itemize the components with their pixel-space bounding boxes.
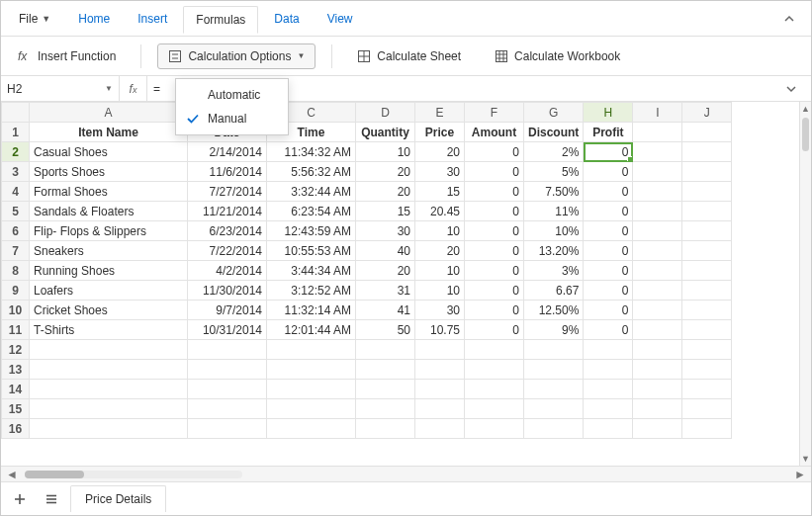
cell[interactable]: 0 [584, 241, 633, 261]
cell[interactable]: 11:32:14 AM [267, 301, 356, 320]
cell[interactable] [633, 380, 682, 399]
cell[interactable]: 12:43:59 AM [267, 221, 356, 241]
cell[interactable]: 30 [356, 221, 415, 241]
name-box[interactable]: H2 ▼ [1, 76, 120, 101]
cell[interactable] [524, 399, 584, 419]
row-header-8[interactable]: 8 [2, 261, 30, 281]
cell[interactable] [633, 360, 682, 380]
cell[interactable] [682, 182, 732, 202]
scroll-thumb[interactable] [25, 471, 84, 478]
calc-option-automatic[interactable]: Automatic [176, 83, 288, 107]
cell[interactable]: 3% [524, 261, 584, 281]
cell[interactable] [356, 380, 415, 399]
col-header-D[interactable]: D [356, 103, 415, 123]
cell[interactable]: 9% [524, 320, 584, 340]
calculate-workbook-button[interactable]: Calculate Workbook [486, 44, 629, 68]
cell[interactable] [30, 419, 188, 439]
cell[interactable] [524, 419, 584, 439]
cell[interactable] [356, 360, 415, 380]
scroll-left-button[interactable]: ◄ [5, 468, 19, 481]
cell[interactable]: 9/7/2014 [188, 301, 267, 320]
cell[interactable] [682, 142, 732, 162]
cell[interactable] [267, 419, 356, 439]
cell[interactable]: 0 [465, 301, 524, 320]
row-header-13[interactable]: 13 [2, 360, 30, 380]
cell[interactable]: 41 [356, 301, 415, 320]
cell[interactable] [682, 162, 732, 182]
sheet-tab[interactable]: Price Details [70, 485, 166, 512]
cell[interactable]: 3:44:34 AM [267, 261, 356, 281]
cell[interactable] [682, 281, 732, 301]
cell[interactable]: Amount [465, 123, 524, 142]
cell[interactable]: Sandals & Floaters [30, 202, 188, 221]
menu-view[interactable]: View [316, 6, 365, 32]
cell[interactable]: Price [415, 123, 465, 142]
cell[interactable]: 20.45 [415, 202, 465, 221]
spreadsheet-grid[interactable]: ABCDEFGHIJ1Item NameDateTimeQuantityPric… [1, 102, 811, 466]
cell[interactable] [682, 301, 732, 320]
cell[interactable] [524, 340, 584, 360]
row-header-12[interactable]: 12 [2, 340, 30, 360]
cell[interactable] [465, 360, 524, 380]
insert-function-button[interactable]: fx Insert Function [9, 44, 125, 68]
cell[interactable]: Profit [584, 123, 633, 142]
cell[interactable] [584, 380, 633, 399]
cell[interactable]: 7/22/2014 [188, 241, 267, 261]
cell[interactable] [633, 202, 682, 221]
cell[interactable]: 20 [415, 241, 465, 261]
cell[interactable] [633, 162, 682, 182]
cell[interactable]: 0 [465, 320, 524, 340]
cell[interactable] [682, 360, 732, 380]
cell[interactable]: Casual Shoes [30, 142, 188, 162]
cell[interactable]: 10.75 [415, 320, 465, 340]
scroll-right-button[interactable]: ► [793, 468, 807, 481]
col-header-E[interactable]: E [415, 103, 465, 123]
menu-home[interactable]: Home [66, 6, 122, 32]
menu-file[interactable]: File ▼ [7, 6, 62, 32]
cell[interactable] [682, 340, 732, 360]
cell[interactable]: 10 [415, 281, 465, 301]
cell[interactable]: 30 [415, 162, 465, 182]
cell[interactable] [682, 261, 732, 281]
scroll-track[interactable] [25, 471, 242, 478]
cell[interactable] [524, 360, 584, 380]
cell[interactable] [633, 261, 682, 281]
cell[interactable] [682, 320, 732, 340]
all-sheets-button[interactable] [39, 486, 64, 512]
cell[interactable]: 0 [584, 320, 633, 340]
cell[interactable]: Loafers [30, 281, 188, 301]
cell[interactable]: 12:01:44 AM [267, 320, 356, 340]
cell[interactable]: 10 [356, 142, 415, 162]
row-header-16[interactable]: 16 [2, 419, 30, 439]
cell[interactable] [415, 340, 465, 360]
cell[interactable]: 0 [465, 162, 524, 182]
cell[interactable]: 7.50% [524, 182, 584, 202]
cell[interactable] [633, 182, 682, 202]
cell[interactable] [356, 419, 415, 439]
cell[interactable]: Sneakers [30, 241, 188, 261]
cell[interactable] [356, 399, 415, 419]
cell[interactable] [188, 380, 267, 399]
cell[interactable]: 40 [356, 241, 415, 261]
col-header-A[interactable]: A [30, 103, 188, 123]
cell[interactable] [633, 123, 682, 142]
cell[interactable]: 0 [465, 261, 524, 281]
cell[interactable] [356, 340, 415, 360]
cell[interactable] [188, 399, 267, 419]
cell[interactable]: 0 [584, 281, 633, 301]
cell[interactable] [415, 360, 465, 380]
cell[interactable]: Cricket Shoes [30, 301, 188, 320]
cell[interactable] [267, 380, 356, 399]
row-header-14[interactable]: 14 [2, 380, 30, 399]
cell[interactable] [633, 241, 682, 261]
cell[interactable] [682, 123, 732, 142]
cell[interactable] [633, 419, 682, 439]
cell[interactable]: 0 [584, 221, 633, 241]
cell[interactable]: T-Shirts [30, 320, 188, 340]
cell[interactable]: 10 [415, 261, 465, 281]
cell[interactable]: 0 [584, 261, 633, 281]
cell[interactable]: 2% [524, 142, 584, 162]
cell[interactable] [633, 320, 682, 340]
row-header-10[interactable]: 10 [2, 301, 30, 320]
cell[interactable]: 11:34:32 AM [267, 142, 356, 162]
